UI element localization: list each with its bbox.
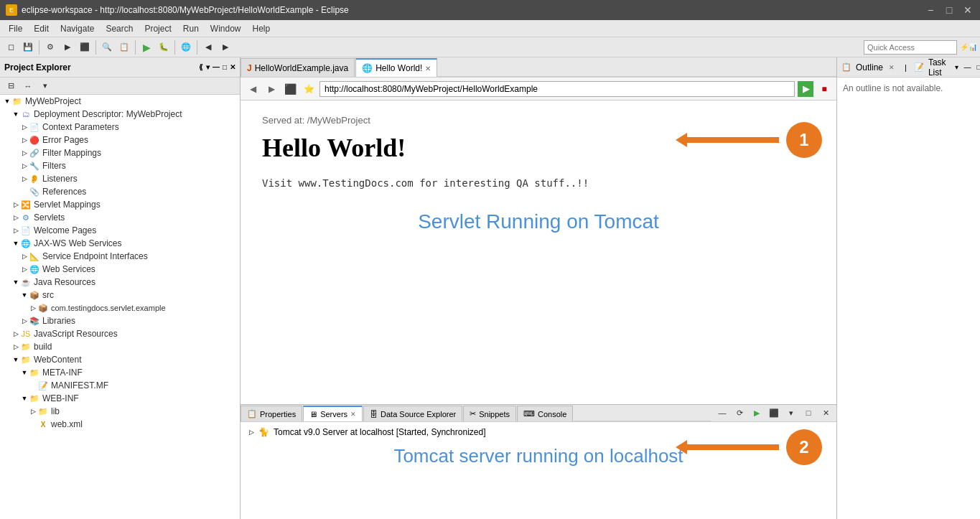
expand-filter-mappings[interactable]: ▷ bbox=[20, 149, 29, 157]
expand-references[interactable] bbox=[20, 187, 29, 196]
expand-welcome[interactable]: ▷ bbox=[11, 226, 20, 235]
toolbar-btn-5[interactable]: 🔍 bbox=[99, 39, 115, 55]
run-button[interactable]: ▶ bbox=[139, 39, 154, 55]
bookmark-button[interactable]: ⭐ bbox=[301, 81, 317, 97]
save-button[interactable]: 💾 bbox=[20, 39, 36, 55]
menu-navigate[interactable]: Navigate bbox=[55, 22, 100, 35]
toolbar-btn-7[interactable]: 🌐 bbox=[178, 39, 194, 55]
bottom-run-btn[interactable]: ▶ bbox=[749, 405, 765, 421]
expand-filters[interactable]: ▷ bbox=[20, 162, 29, 170]
expand-jaxws[interactable]: ▼ bbox=[11, 239, 20, 248]
expand-build[interactable]: ▷ bbox=[11, 342, 20, 351]
toolbar-btn-2[interactable]: ⚙ bbox=[42, 39, 58, 55]
console-tab[interactable]: ⌨ Console bbox=[517, 406, 573, 421]
expand-servlet-mappings[interactable]: ▷ bbox=[11, 200, 20, 209]
expand-meta-inf[interactable]: ▼ bbox=[20, 368, 29, 377]
toolbar-btn-6[interactable]: 📋 bbox=[116, 39, 132, 55]
expand-js-resources[interactable]: ▷ bbox=[11, 329, 20, 338]
toolbar-btn-3[interactable]: ▶ bbox=[60, 39, 75, 55]
menu-window[interactable]: Window bbox=[205, 22, 247, 35]
servers-tab-close[interactable]: ✕ bbox=[350, 411, 356, 418]
toolbar-btn-4[interactable]: ⬛ bbox=[77, 39, 93, 55]
tree-item-package[interactable]: ▷ 📦 com.testingdocs.servlet.example bbox=[0, 301, 240, 314]
outline-tab-close[interactable]: ✕ bbox=[889, 64, 895, 71]
bottom-close-btn[interactable]: ✕ bbox=[818, 405, 834, 421]
tree-item-libraries[interactable]: ▷ 📚 Libraries bbox=[0, 314, 240, 327]
bottom-panel-controls[interactable]: — ⟳ ▶ ⬛ ▾ □ ✕ bbox=[711, 404, 836, 421]
expand-mywebproject[interactable]: ▼ bbox=[3, 97, 11, 106]
pe-minimize-btn[interactable]: — bbox=[213, 63, 220, 71]
tree-item-deployment[interactable]: ▼ 🗂 Deployment Descriptor: MyWebProject bbox=[0, 108, 240, 121]
url-bar[interactable] bbox=[319, 81, 795, 97]
menu-search[interactable]: Search bbox=[100, 22, 139, 35]
bottom-minimize-btn[interactable]: — bbox=[714, 405, 730, 421]
tree-item-context-params[interactable]: ▷ 📄 Context Parameters bbox=[0, 121, 240, 134]
window-controls[interactable]: − □ ✕ bbox=[924, 5, 974, 15]
stop-loading-button[interactable]: ■ bbox=[816, 81, 832, 97]
tree-item-webcontent[interactable]: ▼ 📁 WebContent bbox=[0, 353, 240, 366]
server-expand-icon[interactable]: ▷ bbox=[249, 429, 254, 436]
tree-item-mywebproject[interactable]: ▼ 📁 MyWebProject bbox=[0, 95, 240, 108]
forward-perspective[interactable]: ▶ bbox=[218, 39, 233, 55]
outline-minimize-btn[interactable]: — bbox=[964, 63, 971, 71]
stop-button[interactable]: ⬛ bbox=[282, 81, 298, 97]
tree-item-listeners[interactable]: ▷ 👂 Listeners bbox=[0, 172, 240, 185]
pe-link-editor[interactable]: ↔ bbox=[20, 78, 36, 94]
pe-controls[interactable]: ⟪ ▾ — □ ✕ bbox=[199, 63, 235, 71]
expand-servlets[interactable]: ▷ bbox=[11, 213, 20, 222]
menu-project[interactable]: Project bbox=[139, 22, 177, 35]
tree-item-meta-inf[interactable]: ▼ 📁 META-INF bbox=[0, 366, 240, 379]
tree-item-lib[interactable]: ▷ 📁 lib bbox=[0, 405, 240, 418]
bottom-stop-btn[interactable]: ⬛ bbox=[766, 405, 782, 421]
menu-run[interactable]: Run bbox=[177, 22, 205, 35]
pe-collapse-all[interactable]: ⊟ bbox=[3, 78, 19, 94]
expand-sei[interactable]: ▷ bbox=[20, 252, 29, 261]
back-perspective[interactable]: ◀ bbox=[200, 39, 216, 55]
bottom-maximize-btn[interactable]: □ bbox=[801, 405, 816, 421]
outline-menu-btn[interactable]: ▾ bbox=[955, 63, 958, 71]
web-editor-tab[interactable]: 🌐 Hello World! ✕ bbox=[355, 58, 437, 77]
back-button[interactable]: ◀ bbox=[245, 81, 261, 97]
expand-deployment[interactable]: ▼ bbox=[11, 110, 20, 118]
expand-package[interactable]: ▷ bbox=[29, 304, 37, 312]
java-editor-tab[interactable]: J HelloWorldExample.java bbox=[241, 58, 355, 77]
servers-tab[interactable]: 🖥 Servers ✕ bbox=[303, 406, 363, 421]
tree-item-welcome-pages[interactable]: ▷ 📄 Welcome Pages bbox=[0, 224, 240, 237]
web-tab-close[interactable]: ✕ bbox=[425, 65, 431, 73]
new-button[interactable]: ◻ bbox=[3, 39, 19, 55]
tree-item-servlets[interactable]: ▷ ⚙ Servlets bbox=[0, 211, 240, 224]
bottom-menu-btn[interactable]: ▾ bbox=[783, 405, 799, 421]
tree-item-references[interactable]: 📎 References bbox=[0, 185, 240, 198]
expand-web-inf[interactable]: ▼ bbox=[20, 394, 29, 403]
expand-java-resources[interactable]: ▼ bbox=[11, 278, 20, 286]
go-button[interactable]: ▶ bbox=[798, 81, 813, 97]
expand-lib[interactable]: ▷ bbox=[29, 407, 37, 416]
menu-edit[interactable]: Edit bbox=[28, 22, 55, 35]
expand-error[interactable]: ▷ bbox=[20, 136, 29, 144]
tree-item-filters[interactable]: ▷ 🔧 Filters bbox=[0, 159, 240, 172]
expand-listeners[interactable]: ▷ bbox=[20, 174, 29, 183]
tree-item-src[interactable]: ▼ 📦 src bbox=[0, 289, 240, 301]
pe-collapse-btn[interactable]: ⟪ bbox=[199, 63, 203, 71]
tree-item-build[interactable]: ▷ 📁 build bbox=[0, 340, 240, 353]
pe-close-btn[interactable]: ✕ bbox=[230, 63, 235, 71]
tree-item-java-resources[interactable]: ▼ ☕ Java Resources bbox=[0, 276, 240, 289]
debug-button[interactable]: 🐛 bbox=[156, 39, 172, 55]
forward-button[interactable]: ▶ bbox=[263, 81, 279, 97]
datasource-tab[interactable]: 🗄 Data Source Explorer bbox=[363, 406, 462, 421]
expand-context[interactable]: ▷ bbox=[20, 123, 29, 131]
tree-item-servlet-mappings[interactable]: ▷ 🔀 Servlet Mappings bbox=[0, 198, 240, 211]
tree-item-error-pages[interactable]: ▷ 🔴 Error Pages bbox=[0, 134, 240, 146]
menu-help[interactable]: Help bbox=[247, 22, 276, 35]
tree-item-webxml[interactable]: X web.xml bbox=[0, 418, 240, 431]
tree-item-filter-mappings[interactable]: ▷ 🔗 Filter Mappings bbox=[0, 146, 240, 159]
close-button[interactable]: ✕ bbox=[961, 5, 974, 15]
expand-webxml[interactable] bbox=[29, 420, 37, 429]
tree-item-web-inf[interactable]: ▼ 📁 WEB-INF bbox=[0, 392, 240, 405]
pe-menu-btn[interactable]: ▾ bbox=[206, 63, 210, 71]
quick-access-input[interactable] bbox=[864, 40, 957, 55]
expand-manifest[interactable] bbox=[29, 381, 37, 390]
snippets-tab[interactable]: ✂ Snippets bbox=[463, 406, 516, 421]
bottom-sync-btn[interactable]: ⟳ bbox=[732, 405, 747, 421]
pe-menu[interactable]: ▾ bbox=[37, 78, 53, 94]
